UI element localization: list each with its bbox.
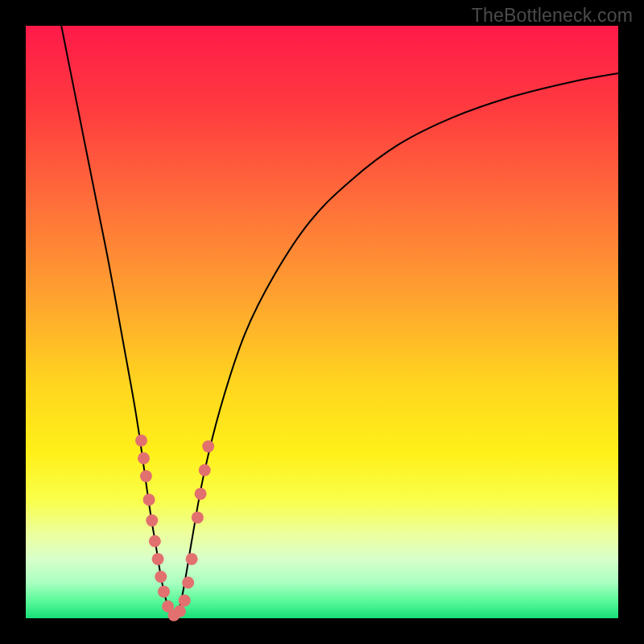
curve-marker bbox=[138, 452, 150, 464]
curve-marker bbox=[158, 585, 170, 597]
curve-marker bbox=[186, 553, 198, 565]
curve-marker bbox=[182, 576, 194, 588]
curve-marker bbox=[135, 435, 147, 447]
curve-marker bbox=[202, 440, 214, 452]
curve-marker bbox=[179, 594, 191, 606]
curve-markers bbox=[135, 435, 214, 621]
chart-overlay bbox=[26, 26, 618, 618]
curve-marker bbox=[192, 511, 204, 523]
bottleneck-curve bbox=[61, 26, 618, 618]
curve-marker bbox=[155, 571, 167, 583]
curve-marker bbox=[149, 535, 161, 547]
curve-marker bbox=[146, 514, 158, 526]
curve-marker bbox=[152, 553, 164, 565]
curve-marker bbox=[143, 493, 155, 506]
watermark-text: TheBottleneck.com bbox=[472, 5, 633, 27]
curve-marker bbox=[140, 470, 152, 482]
outer-frame: TheBottleneck.com bbox=[0, 0, 644, 644]
curve-marker bbox=[199, 464, 211, 477]
curve-marker bbox=[174, 605, 186, 617]
curve-marker bbox=[195, 488, 207, 500]
